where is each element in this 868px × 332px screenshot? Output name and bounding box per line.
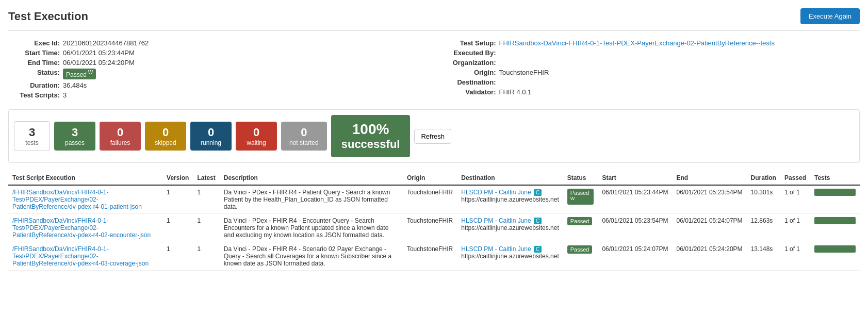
execute-again-button[interactable]: Execute Again [800,8,860,24]
cell-passed: 1 of 1 [780,214,810,242]
cell-duration: 10.301s [747,185,780,214]
col-header-status: Status [563,171,598,185]
executed-by-label: Executed By: [445,49,496,57]
script-link[interactable]: /FHIRSandbox/DaVinci/FHIR4-0-1-Test/PDEX… [12,245,149,267]
cell-origin: TouchstoneFHIR [403,242,457,271]
col-header-description: Description [220,171,403,185]
passes-num: 3 [62,126,87,139]
dest-url: https://caitlinjune.azurewebsites.net [461,196,559,203]
status-badge: Passed [567,217,593,225]
status-badge: Passed W [567,189,594,205]
running-box: 0 running [190,122,232,151]
script-link[interactable]: /FHIRSandbox/DaVinci/FHIR4-0-1-Test/PDEX… [12,189,142,210]
end-time-row: End Time: 06/01/2021 05:24:20PM [8,59,424,67]
passes-label: passes [62,139,87,146]
cell-tests [810,242,860,271]
cell-version: 1 [162,214,193,242]
start-time-row: Start Time: 06/01/2021 05:23:44PM [8,49,424,57]
cell-status: Passed [563,214,598,242]
destination-link[interactable]: HLSCD PM - Caitlin June [461,189,531,196]
cell-destination: HLSCD PM - Caitlin June C https://caitli… [457,242,563,271]
origin-row: Origin: TouchstoneFHIR [445,69,860,76]
origin-value: TouchstoneFHIR [499,69,549,76]
table-row: /FHIRSandbox/DaVinci/FHIR4-0-1-Test/PDEX… [8,242,860,271]
cell-script-link: /FHIRSandbox/DaVinci/FHIR4-0-1-Test/PDEX… [8,185,162,214]
validator-value: FHIR 4.0.1 [499,88,532,96]
c-badge: C [534,189,542,196]
cell-passed: 1 of 1 [780,185,810,214]
col-header-latest: Latest [193,171,219,185]
cell-origin: TouchstoneFHIR [403,185,457,214]
waiting-label: waiting [244,139,269,146]
running-label: running [199,139,223,146]
status-label: Status: [8,69,60,79]
cell-end: 06/01/2021 05:23:54PM [673,185,747,214]
test-setup-label: Test Setup: [445,39,496,47]
success-label: successful [341,138,400,151]
organization-row: Organization: [445,59,860,67]
meta-left: Exec Id: 20210601202344467881762 Start T… [8,39,424,101]
test-scripts-label: Test Scripts: [8,91,60,99]
progress-bar-fill [814,245,856,253]
test-setup-row: Test Setup: FHIRSandbox-DaVinci-FHIR4-0-… [445,39,860,47]
skipped-label: skipped [153,139,178,146]
test-scripts-row: Test Scripts: 3 [8,91,424,99]
exec-id-row: Exec Id: 20210601202344467881762 [8,39,424,47]
duration-value: 36.484s [63,81,87,89]
col-header-version: Version [162,171,193,185]
notstarted-box: 0 not started [281,122,327,151]
test-scripts-value: 3 [63,91,67,99]
notstarted-num: 0 [289,126,319,139]
dest-url: https://caitlinjune.azurewebsites.net [461,253,559,260]
progress-bar [814,189,856,196]
end-time-value: 06/01/2021 05:24:20PM [63,59,135,67]
cell-script-link: /FHIRSandbox/DaVinci/FHIR4-0-1-Test/PDEX… [8,214,162,242]
cell-tests [810,214,860,242]
validator-row: Validator: FHIR 4.0.1 [445,88,860,96]
tests-count-label: tests [23,139,41,146]
col-header-origin: Origin [403,171,457,185]
refresh-button[interactable]: Refresh [414,129,451,144]
start-time-label: Start Time: [8,49,60,57]
failures-box: 0 failures [100,122,141,151]
cell-origin: TouchstoneFHIR [403,214,457,242]
col-header-duration: Duration [747,171,780,185]
cell-end: 06/01/2021 05:24:20PM [673,242,747,271]
cell-latest: 1 [193,214,219,242]
destination-row: Destination: [445,78,860,86]
destination-link[interactable]: HLSCD PM - Caitlin June [461,217,531,224]
progress-bar [814,217,856,224]
origin-label: Origin: [445,69,496,76]
status-badge: Passed [567,245,593,254]
success-box: 100% successful [331,115,411,157]
status-badge: Passed [63,69,96,79]
skipped-num: 0 [153,126,178,139]
cell-latest: 1 [193,242,219,271]
stats-bar: 3 tests 3 passes 0 failures 0 skipped 0 … [8,109,860,163]
col-header-destination: Destination [457,171,563,185]
validator-label: Validator: [445,88,496,96]
destination-link[interactable]: HLSCD PM - Caitlin June [461,245,531,253]
passes-box: 3 passes [54,122,95,151]
table-header-row: Test Script Execution Version Latest Des… [8,171,860,185]
page-title: Test Execution [8,10,88,23]
skipped-box: 0 skipped [145,122,186,151]
cell-destination: HLSCD PM - Caitlin June C https://caitli… [457,214,563,242]
progress-bar-fill [814,217,856,224]
script-link[interactable]: /FHIRSandbox/DaVinci/FHIR4-0-1-Test/PDEX… [12,217,151,239]
progress-bar-fill [814,189,856,196]
waiting-box: 0 waiting [236,122,277,151]
waiting-num: 0 [244,126,269,139]
end-time-label: End Time: [8,59,60,67]
failures-label: failures [108,139,133,146]
cell-version: 1 [162,242,193,271]
table-row: /FHIRSandbox/DaVinci/FHIR4-0-1-Test/PDEX… [8,185,860,214]
cell-start: 06/01/2021 05:23:54PM [598,214,672,242]
duration-row: Duration: 36.484s [8,81,424,89]
dest-url: https://caitlinjune.azurewebsites.net [461,224,559,231]
cell-version: 1 [162,185,193,214]
cell-destination: HLSCD PM - Caitlin June C https://caitli… [457,185,563,214]
cell-tests [810,185,860,214]
test-setup-link[interactable]: FHIRSandbox-DaVinci-FHIR4-0-1-Test-PDEX-… [499,39,775,47]
cell-latest: 1 [193,185,219,214]
